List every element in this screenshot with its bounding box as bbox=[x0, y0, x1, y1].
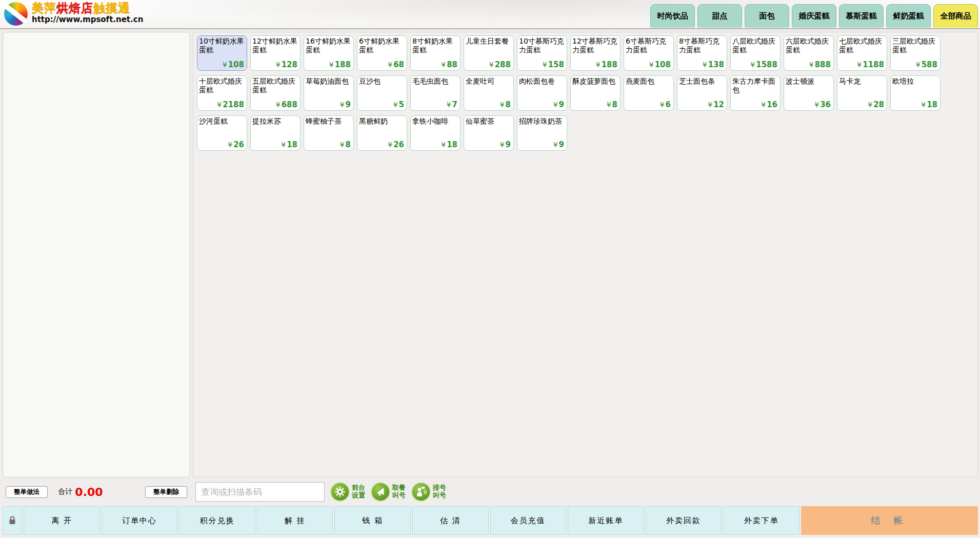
barcode-search-input[interactable] bbox=[195, 482, 325, 502]
whole-order-delete-button[interactable]: 整单删除 bbox=[145, 486, 187, 498]
product-card[interactable]: 蜂蜜柚子茶 ¥8 bbox=[304, 115, 354, 151]
currency-symbol: ¥ bbox=[814, 101, 819, 109]
product-name: 12寸慕斯巧克力蛋糕 bbox=[572, 37, 618, 54]
product-price: ¥9 bbox=[553, 100, 564, 109]
product-card[interactable]: 招牌珍珠奶茶 ¥9 bbox=[517, 115, 567, 151]
product-name: 提拉米苏 bbox=[252, 117, 298, 126]
category-tab[interactable]: 甜点 bbox=[697, 4, 742, 28]
currency-symbol: ¥ bbox=[761, 101, 766, 109]
product-card[interactable]: 拿铁小咖啡 ¥18 bbox=[410, 115, 461, 151]
product-card[interactable]: 草莓奶油面包 ¥9 bbox=[304, 75, 354, 111]
category-tab[interactable]: 慕斯蛋糕 bbox=[839, 4, 884, 28]
toolbar-button[interactable]: 估 清 bbox=[412, 506, 489, 535]
product-card[interactable]: 七层欧式婚庆蛋糕 ¥1188 bbox=[837, 35, 887, 71]
label-line: 叫号 bbox=[433, 492, 446, 500]
label-line: 排号 bbox=[433, 484, 446, 492]
product-card[interactable]: 10寸鲜奶水果蛋糕 ¥108 bbox=[197, 35, 247, 71]
product-card[interactable]: 朱古力摩卡面包 ¥16 bbox=[730, 75, 781, 111]
product-card[interactable]: 16寸鲜奶水果蛋糕 ¥188 bbox=[304, 35, 354, 71]
product-price-value: 5 bbox=[399, 100, 404, 109]
brand-logo-icon bbox=[4, 2, 28, 26]
product-card[interactable]: 仙草蜜茶 ¥9 bbox=[464, 115, 514, 151]
product-price-value: 288 bbox=[495, 60, 511, 69]
product-price-value: 138 bbox=[708, 60, 724, 69]
product-card[interactable]: 芝士面包条 ¥12 bbox=[677, 75, 727, 111]
product-card[interactable]: 酥皮菠萝面包 ¥8 bbox=[570, 75, 621, 111]
product-card[interactable]: 儿童生日套餐 ¥288 bbox=[464, 35, 514, 71]
product-price-value: 188 bbox=[335, 60, 351, 69]
product-price: ¥108 bbox=[649, 60, 671, 69]
bottom-toolbar: 离 开订单中心积分兑换解 挂钱 箱估 清会员充值新近账单外卖回款外卖下单 结 帐 bbox=[3, 506, 978, 535]
product-card[interactable]: 肉松面包卷 ¥9 bbox=[517, 75, 567, 111]
currency-symbol: ¥ bbox=[500, 141, 505, 149]
product-card[interactable]: 八层欧式婚庆蛋糕 ¥1588 bbox=[730, 35, 781, 71]
product-card[interactable]: 6寸慕斯巧克力蛋糕 ¥108 bbox=[624, 35, 674, 71]
toolbar-button[interactable]: 离 开 bbox=[24, 506, 100, 535]
category-tab[interactable]: 婚庆蛋糕 bbox=[792, 4, 836, 28]
header: 美萍烘焙店触摸通 http://www.mpsoft.net.cn 时尚饮品甜点… bbox=[0, 0, 980, 29]
whole-order-method-button[interactable]: 整单做法 bbox=[6, 486, 48, 498]
toolbar-button[interactable]: 解 挂 bbox=[257, 506, 333, 535]
currency-symbol: ¥ bbox=[441, 61, 446, 69]
category-tab[interactable]: 全部商品 bbox=[933, 4, 978, 28]
product-price: ¥1188 bbox=[857, 60, 884, 69]
product-card[interactable]: 马卡龙 ¥28 bbox=[837, 75, 887, 111]
product-price: ¥188 bbox=[329, 60, 351, 69]
gear-icon[interactable] bbox=[330, 482, 350, 502]
product-card[interactable]: 10寸慕斯巧克力蛋糕 ¥158 bbox=[517, 35, 567, 71]
brand-title-part2: 烘焙店 bbox=[56, 1, 93, 14]
product-name: 芝士面包条 bbox=[679, 77, 725, 86]
category-tab[interactable]: 鲜奶蛋糕 bbox=[886, 4, 931, 28]
product-card[interactable]: 豆沙包 ¥5 bbox=[357, 75, 407, 111]
product-card[interactable]: 波士顿派 ¥36 bbox=[784, 75, 834, 111]
product-price: ¥288 bbox=[489, 60, 511, 69]
product-card[interactable]: 12寸慕斯巧克力蛋糕 ¥188 bbox=[570, 35, 621, 71]
currency-symbol: ¥ bbox=[388, 61, 392, 69]
currency-symbol: ¥ bbox=[388, 141, 392, 149]
product-card[interactable]: 六层欧式婚庆蛋糕 ¥888 bbox=[784, 35, 834, 71]
product-name: 招牌珍珠奶茶 bbox=[519, 117, 565, 126]
brand-title: 美萍烘焙店触摸通 bbox=[32, 2, 143, 14]
toolbar-button[interactable]: 外卖下单 bbox=[723, 506, 799, 535]
toolbar-button[interactable]: 新近账单 bbox=[568, 506, 644, 535]
product-card[interactable]: 12寸鲜奶水果蛋糕 ¥128 bbox=[250, 35, 301, 71]
product-card[interactable]: 欧培拉 ¥18 bbox=[890, 75, 941, 111]
product-price: ¥688 bbox=[276, 100, 297, 109]
lock-button[interactable] bbox=[3, 506, 22, 535]
product-name: 燕麦面包 bbox=[626, 77, 672, 86]
product-price-value: 128 bbox=[282, 60, 297, 69]
product-card[interactable]: 黑糖鲜奶 ¥26 bbox=[357, 115, 407, 151]
product-card[interactable]: 8寸慕斯巧克力蛋糕 ¥138 bbox=[677, 35, 727, 71]
checkout-button[interactable]: 结 帐 bbox=[801, 506, 978, 535]
product-price-value: 8 bbox=[612, 100, 617, 109]
queue-caller-icon[interactable] bbox=[411, 482, 431, 502]
product-card[interactable]: 毛毛虫面包 ¥7 bbox=[410, 75, 461, 111]
product-card[interactable]: 沙河蛋糕 ¥26 bbox=[197, 115, 247, 151]
product-card[interactable]: 全麦吐司 ¥8 bbox=[464, 75, 514, 111]
category-tab[interactable]: 时尚饮品 bbox=[650, 4, 695, 28]
toolbar-button[interactable]: 外卖回款 bbox=[646, 506, 722, 535]
category-tab[interactable]: 面包 bbox=[745, 4, 789, 28]
front-desk-settings-label: 前台 设置 bbox=[352, 484, 365, 500]
product-card[interactable]: 五层欧式婚庆蛋糕 ¥688 bbox=[250, 75, 301, 111]
product-price: ¥2188 bbox=[217, 100, 244, 109]
toolbar-button[interactable]: 会员充值 bbox=[490, 506, 567, 535]
pos-app: 美萍烘焙店触摸通 http://www.mpsoft.net.cn 时尚饮品甜点… bbox=[0, 0, 980, 538]
product-price-value: 888 bbox=[815, 60, 831, 69]
product-card[interactable]: 提拉米苏 ¥18 bbox=[250, 115, 301, 151]
product-card[interactable]: 三层欧式婚庆蛋糕 ¥588 bbox=[890, 35, 941, 71]
currency-symbol: ¥ bbox=[649, 61, 654, 69]
product-price: ¥188 bbox=[596, 60, 617, 69]
megaphone-icon[interactable] bbox=[371, 482, 390, 502]
product-card[interactable]: 6寸鲜奶水果蛋糕 ¥68 bbox=[357, 35, 407, 71]
order-list-panel bbox=[3, 32, 190, 477]
product-price: ¥9 bbox=[553, 140, 564, 149]
toolbar-button[interactable]: 积分兑换 bbox=[179, 506, 255, 535]
currency-symbol: ¥ bbox=[393, 101, 398, 109]
product-card[interactable]: 8寸鲜奶水果蛋糕 ¥88 bbox=[410, 35, 461, 71]
toolbar-button[interactable]: 订单中心 bbox=[102, 506, 178, 535]
currency-symbol: ¥ bbox=[916, 61, 921, 69]
product-card[interactable]: 十层欧式婚庆蛋糕 ¥2188 bbox=[197, 75, 247, 111]
toolbar-button[interactable]: 钱 箱 bbox=[334, 506, 411, 535]
product-card[interactable]: 燕麦面包 ¥6 bbox=[624, 75, 674, 111]
